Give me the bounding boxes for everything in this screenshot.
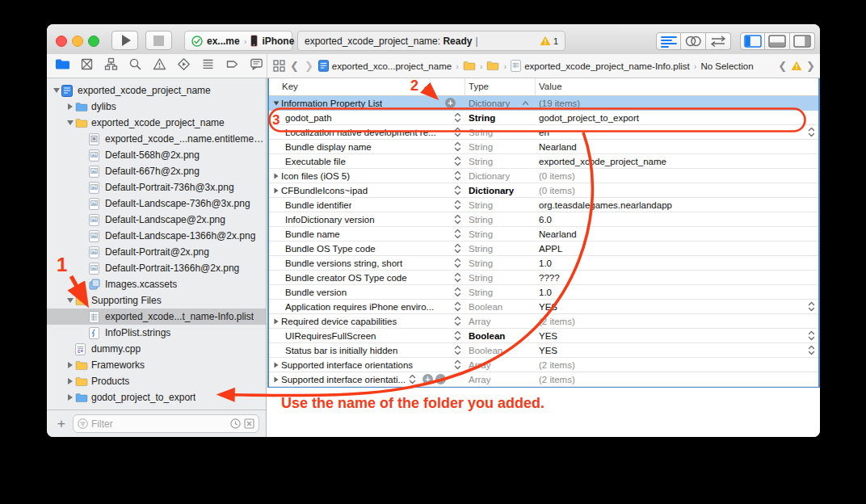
plist-row[interactable]: Bundle versions string, shortString1.0 xyxy=(269,256,818,271)
scm-status-filter-icon[interactable] xyxy=(244,418,254,429)
key-stepper[interactable] xyxy=(454,185,461,195)
plist-row[interactable]: CFBundleIcons~ipadDictionary(0 items) xyxy=(269,183,818,198)
key-stepper[interactable] xyxy=(454,287,461,297)
sidebar-item[interactable]: exported_xcode_...name.entitlements xyxy=(47,131,266,147)
disclosure-triangle-icon[interactable] xyxy=(271,173,281,179)
sidebar-item[interactable]: Supporting Files xyxy=(47,292,266,309)
value-stepper[interactable] xyxy=(808,345,815,357)
stop-button[interactable] xyxy=(145,31,172,50)
sidebar-item[interactable]: Default-Portrait-736h@3x.png xyxy=(47,179,266,195)
column-header-value[interactable]: Value xyxy=(536,78,818,95)
add-row-button[interactable]: + xyxy=(422,374,433,384)
plist-row[interactable]: UIRequiresFullScreenBooleanYES xyxy=(269,329,818,343)
key-stepper[interactable] xyxy=(454,258,461,268)
navigator-panel-button[interactable] xyxy=(740,32,765,50)
key-stepper[interactable] xyxy=(454,345,461,355)
key-stepper[interactable] xyxy=(454,301,461,312)
disclosure-triangle-icon[interactable] xyxy=(271,101,281,106)
project-navigator-button[interactable] xyxy=(54,57,71,74)
plist-row[interactable]: Supported interface orientationsArray(2 … xyxy=(269,358,818,372)
symbol-navigator-button[interactable] xyxy=(103,57,120,74)
plist-row[interactable]: Bundle versionString1.0 xyxy=(269,285,818,300)
key-stepper[interactable] xyxy=(454,112,461,123)
remove-row-button[interactable]: − xyxy=(435,374,446,384)
issue-back-icon[interactable]: ❮ xyxy=(777,60,788,72)
issue-forward-icon[interactable]: ❯ xyxy=(805,60,816,72)
sidebar-item[interactable]: Default-Landscape-1366h@2x.png xyxy=(47,228,266,244)
disclosure-triangle-icon[interactable] xyxy=(271,376,281,383)
sidebar-item[interactable]: exported_xcode_project_name xyxy=(47,82,266,99)
plist-row[interactable]: Bundle display nameStringNearland xyxy=(269,140,818,154)
breadcrumb-item[interactable]: exported_xcode_project_name-Info.plist xyxy=(511,60,690,72)
plist-row[interactable]: InfoDictionary versionString6.0 xyxy=(269,212,818,227)
breadcrumb-item[interactable] xyxy=(463,61,476,71)
activity-viewer[interactable]: exported_xcode_project_name: Ready| 1 xyxy=(297,31,565,51)
standard-editor-button[interactable] xyxy=(656,32,681,50)
sidebar-item[interactable]: Default-Landscape-736h@3x.png xyxy=(47,195,266,212)
key-stepper[interactable] xyxy=(454,141,461,152)
disclosure-triangle-icon[interactable] xyxy=(65,362,75,368)
test-navigator-button[interactable] xyxy=(175,57,192,74)
type-caret-icon[interactable] xyxy=(522,100,529,106)
zoom-button[interactable] xyxy=(88,36,99,47)
recents-icon[interactable] xyxy=(230,418,241,429)
version-editor-button[interactable] xyxy=(706,32,731,50)
breakpoint-navigator-button[interactable] xyxy=(224,57,241,74)
sidebar-item[interactable]: Frameworks xyxy=(47,357,266,373)
key-stepper[interactable] xyxy=(454,229,461,239)
disclosure-triangle-icon[interactable] xyxy=(271,187,281,194)
plist-row[interactable]: Icon files (iOS 5)Dictionary(0 items) xyxy=(269,169,818,183)
plist-row[interactable]: godot_pathStringgodot_project_to_export xyxy=(269,111,818,125)
filter-field[interactable]: Filter xyxy=(73,414,259,433)
report-navigator-button[interactable] xyxy=(248,57,265,74)
key-stepper[interactable] xyxy=(454,316,461,326)
sidebar-item[interactable]: Products xyxy=(47,373,266,389)
key-stepper[interactable] xyxy=(454,170,461,181)
key-stepper[interactable] xyxy=(454,127,461,137)
debug-area-button[interactable] xyxy=(765,32,790,50)
sidebar-item[interactable]: Images.xcassets xyxy=(47,276,266,292)
source-control-button[interactable] xyxy=(78,57,95,74)
sidebar-item[interactable]: exported_xcode_project_name xyxy=(47,115,266,131)
key-stepper[interactable] xyxy=(454,200,461,210)
find-navigator-button[interactable] xyxy=(127,57,144,74)
jumpbar-warning-icon[interactable] xyxy=(791,61,802,71)
disclosure-triangle-icon[interactable] xyxy=(65,103,75,110)
sidebar-item[interactable]: Default-Portrait-1366h@2x.png xyxy=(47,260,266,276)
plist-row[interactable]: Executable fileStringexported_xcode_proj… xyxy=(269,154,818,169)
key-stepper[interactable] xyxy=(454,243,461,254)
plist-row[interactable]: Required device capabilitiesArray(2 item… xyxy=(269,314,818,329)
breadcrumb-item[interactable] xyxy=(486,61,499,71)
back-icon[interactable]: ❮ xyxy=(289,60,300,72)
plist-row[interactable]: Bundle OS Type codeStringAPPL xyxy=(269,242,818,256)
key-stepper[interactable] xyxy=(454,359,461,370)
utilities-panel-button[interactable] xyxy=(790,32,815,50)
plist-row[interactable]: Status bar is initially hiddenBooleanYES xyxy=(269,343,818,358)
disclosure-triangle-icon[interactable] xyxy=(271,318,281,325)
disclosure-triangle-icon[interactable] xyxy=(271,362,281,368)
warning-badge[interactable]: 1 xyxy=(540,36,558,46)
sidebar-item[interactable]: exported_xcode...t_name-Info.plist xyxy=(47,309,266,325)
plist-row[interactable]: Bundle nameStringNearland xyxy=(269,227,818,242)
assistant-editor-button[interactable] xyxy=(681,32,706,50)
sidebar-item[interactable]: Default-667h@2x.png xyxy=(47,163,266,179)
forward-icon[interactable]: ❯ xyxy=(304,60,314,72)
scheme-selector[interactable]: ex...me › iPhone xyxy=(184,31,292,51)
plist-row[interactable]: Localization native development re...Str… xyxy=(269,125,818,140)
key-stepper[interactable] xyxy=(454,330,461,341)
plist-row[interactable]: Application requires iPhone enviro...Boo… xyxy=(269,300,818,314)
breadcrumb-item[interactable]: No Selection xyxy=(700,61,753,71)
plist-row[interactable]: Information Property List+Dictionary(19 … xyxy=(269,96,818,111)
breadcrumb-item[interactable]: exported_xco...project_name xyxy=(318,60,452,72)
sidebar-item[interactable]: dylibs xyxy=(47,99,266,115)
disclosure-triangle-icon[interactable] xyxy=(65,394,75,401)
key-stepper[interactable] xyxy=(454,156,461,166)
disclosure-triangle-icon[interactable] xyxy=(65,378,75,384)
close-button[interactable] xyxy=(56,36,67,47)
add-row-button[interactable]: + xyxy=(445,98,456,108)
sidebar-item[interactable]: c+dummy.cpp xyxy=(47,341,266,357)
issue-navigator-button[interactable] xyxy=(151,57,168,74)
value-stepper[interactable] xyxy=(808,127,815,139)
column-header-type[interactable]: Type xyxy=(465,78,536,95)
sidebar-item[interactable]: Default-Portrait@2x.png xyxy=(47,244,266,260)
